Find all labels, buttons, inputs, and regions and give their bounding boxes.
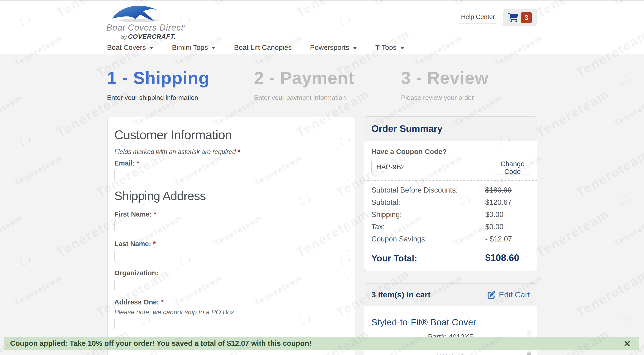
summary-value: $180.99 [485, 186, 512, 194]
cart-items-count: 3 item(s) in cart [372, 290, 430, 299]
toast-close-icon[interactable]: × [624, 337, 630, 350]
step-title: 1 - Shipping [107, 69, 248, 87]
address-one-input[interactable] [114, 318, 348, 330]
first-name-label: First Name: * [114, 210, 348, 218]
cart-item-category: KAYAKS [372, 353, 530, 355]
step-shipping: 1 - Shipping Enter your shipping informa… [107, 69, 248, 102]
po-box-note: Please note, we cannot ship to a PO Box [114, 309, 348, 316]
chevron-down-icon [149, 47, 154, 49]
chevron-down-icon [212, 47, 216, 49]
customer-information-heading: Customer Information [114, 127, 348, 142]
step-payment: 2 - Payment Enter your payment informati… [254, 69, 395, 102]
cart-scrollbar-thumb[interactable] [527, 353, 531, 355]
shipping-address-heading: Shipping Address [114, 189, 348, 203]
nav-item-powersports[interactable]: Powersports [310, 43, 357, 51]
logo-swoosh-icon [110, 4, 169, 23]
coupon-question: Have a Coupon Code? [372, 148, 530, 156]
coupon-code-input[interactable] [372, 160, 495, 174]
email-input[interactable] [114, 169, 348, 181]
last-name-label: Last Name: * [114, 240, 348, 248]
coupon-applied-message: Coupon applied: Take 10% off your order!… [10, 339, 312, 348]
your-total-value: $108.60 [485, 253, 519, 263]
order-summary-card: Order Summary Have a Coupon Code? Change… [364, 116, 537, 271]
summary-value: $0.00 [485, 223, 504, 231]
last-name-input[interactable] [114, 250, 348, 262]
cart-items-header: 3 item(s) in cart Edit Cart [364, 284, 537, 306]
cart-count-badge: 3 [521, 12, 532, 23]
coupon-applied-toast: Coupon applied: Take 10% off your order!… [4, 337, 639, 350]
first-name-input[interactable] [114, 220, 348, 232]
step-subtitle: Enter your shipping information [107, 94, 248, 102]
your-total-label: Your Total: [372, 253, 417, 263]
main-nav: Boat Covers Bimini Tops Boat Lift Canopi… [107, 40, 404, 55]
email-label: Email: * [114, 159, 348, 167]
cart-item-title: Styled-to-Fit® Boat Cover [372, 317, 530, 328]
summary-row-coupon-savings: Coupon Savings: - $12.07 [372, 235, 530, 243]
address-one-label: Address One: * [114, 298, 348, 306]
summary-value: - $12.07 [485, 235, 512, 243]
required-fields-note: Fields marked with an asterisk are requi… [114, 148, 348, 156]
order-summary-title: Order Summary [372, 123, 442, 134]
organization-label: Organization: [114, 269, 348, 277]
summary-row-subtotal-before-discounts: Subtotal Before Discounts: $180.99 [372, 186, 530, 194]
dotted-separator [364, 180, 537, 181]
shopping-cart-icon [508, 13, 518, 22]
summary-value: $0.00 [485, 210, 504, 219]
summary-row-shipping: Shipping: $0.00 [372, 210, 530, 219]
cart-button[interactable]: 3 [503, 9, 537, 26]
nav-item-bimini-tops[interactable]: Bimini Tops [172, 43, 216, 51]
organization-input[interactable] [114, 279, 348, 291]
nav-item-boat-covers[interactable]: Boat Covers [107, 43, 154, 51]
chevron-down-icon [400, 47, 404, 49]
summary-rows: Subtotal Before Discounts: $180.99 Subto… [372, 186, 530, 243]
edit-pencil-icon [488, 291, 496, 299]
step-title: 3 - Review [401, 69, 542, 87]
checkout-steps: 1 - Shipping Enter your shipping informa… [0, 69, 644, 104]
step-subtitle: Enter your payment information [254, 94, 395, 102]
site-logo[interactable]: Boat Covers Direct® by COVERCRAFT. [106, 2, 180, 40]
summary-value: $120.67 [485, 198, 512, 207]
coupon-input-group: Change Code [372, 160, 530, 174]
summary-row-tax: Tax: $0.00 [372, 223, 530, 231]
help-center-button[interactable]: Help Center [459, 10, 497, 24]
chevron-down-icon [353, 47, 357, 49]
step-subtitle: Please review your order [401, 94, 542, 102]
step-title: 2 - Payment [254, 69, 395, 87]
your-total-row: Your Total: $108.60 [364, 247, 537, 271]
edit-cart-link[interactable]: Edit Cart [488, 290, 530, 299]
nav-item-t-tops[interactable]: T-Tops [376, 43, 404, 51]
change-code-button[interactable]: Change Code [495, 160, 530, 174]
step-review: 3 - Review Please review your order [401, 69, 542, 102]
site-header: Boat Covers Direct® by COVERCRAFT. Help … [0, 0, 644, 55]
shipping-form-card: Customer Information Fields marked with … [108, 117, 355, 355]
summary-row-subtotal: Subtotal: $120.67 [372, 198, 530, 207]
order-summary-header: Order Summary [364, 117, 537, 141]
nav-item-boat-lift-canopies[interactable]: Boat Lift Canopies [234, 43, 292, 51]
brand-byline: by COVERCRAFT. [106, 33, 180, 40]
brand-name: Boat Covers Direct® [106, 23, 180, 33]
